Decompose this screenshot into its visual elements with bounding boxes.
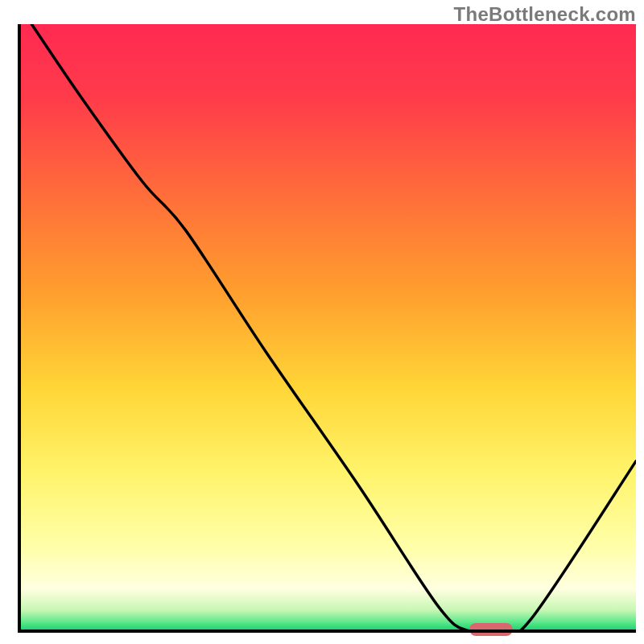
- gradient-background: [19, 24, 636, 631]
- watermark-text: TheBottleneck.com: [454, 3, 636, 26]
- chart-container: TheBottleneck.com: [0, 0, 644, 644]
- bottleneck-chart: [0, 0, 644, 644]
